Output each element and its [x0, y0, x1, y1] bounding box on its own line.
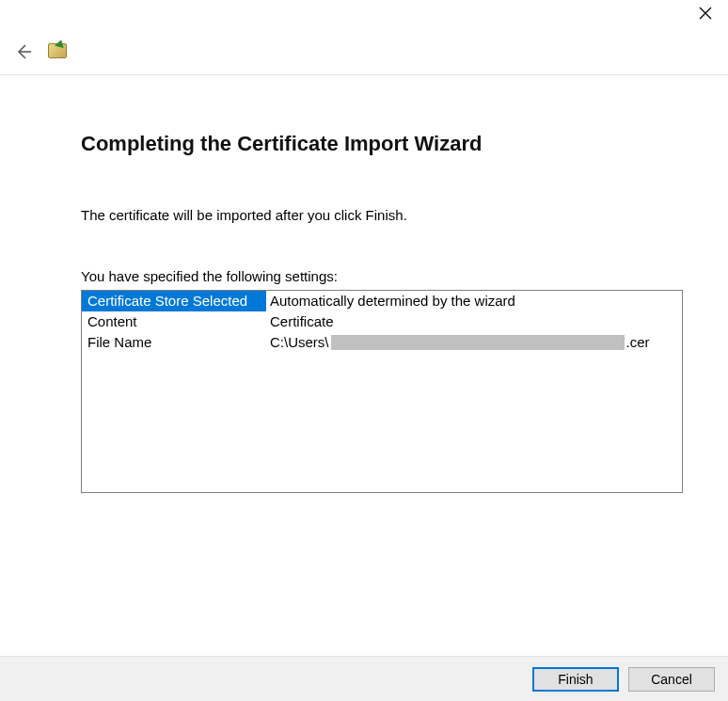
settings-key: Certificate Store Selected — [82, 291, 266, 311]
navbar — [0, 28, 728, 75]
intro-text: The certificate will be imported after y… — [81, 207, 672, 223]
titlebar — [0, 0, 728, 28]
wizard-icon — [47, 40, 70, 63]
filepath-suffix: .cer — [626, 332, 650, 353]
cancel-button[interactable]: Cancel — [628, 667, 715, 692]
redacted-segment — [331, 335, 625, 350]
finish-button[interactable]: Finish — [532, 667, 619, 692]
close-button[interactable] — [696, 4, 715, 23]
wizard-content: Completing the Certificate Import Wizard… — [0, 75, 728, 493]
close-icon — [699, 7, 712, 20]
settings-row-filename[interactable]: File Name C:\Users\ .cer — [82, 332, 682, 353]
settings-key: File Name — [82, 332, 266, 353]
settings-key: Content — [82, 311, 266, 332]
settings-value: Certificate — [266, 311, 682, 332]
settings-listview[interactable]: Certificate Store Selected Automatically… — [81, 290, 683, 493]
page-title: Completing the Certificate Import Wizard — [81, 132, 672, 156]
settings-value: C:\Users\ .cer — [266, 332, 682, 353]
settings-value: Automatically determined by the wizard — [266, 291, 682, 311]
back-button[interactable] — [13, 41, 34, 62]
settings-label: You have specified the following setting… — [81, 268, 672, 284]
back-arrow-icon — [14, 42, 33, 61]
settings-row-content[interactable]: Content Certificate — [82, 311, 682, 332]
filepath-prefix: C:\Users\ — [270, 332, 329, 353]
settings-row-store[interactable]: Certificate Store Selected Automatically… — [82, 291, 682, 311]
footer: Finish Cancel — [0, 656, 728, 701]
